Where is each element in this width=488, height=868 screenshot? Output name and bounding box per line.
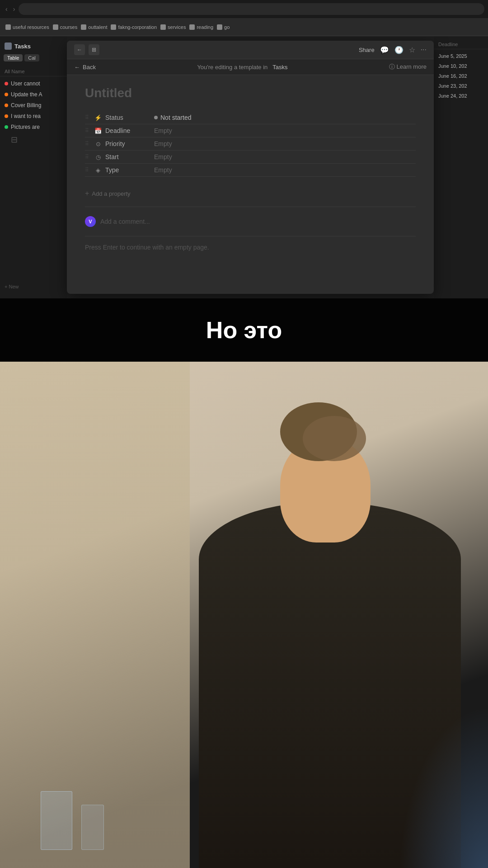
status-property-icon: ⚡ (94, 114, 102, 121)
sidebar-header: Tasks (0, 40, 67, 52)
sidebar-new-btn[interactable]: + New (5, 284, 19, 289)
type-value: Empty (145, 166, 416, 174)
folder-icon (217, 24, 222, 30)
toolbar-panel-btn[interactable]: ⊞ (89, 44, 99, 55)
star-icon[interactable]: ☆ (409, 46, 415, 54)
sidebar-item-label: Cover Billing (11, 102, 41, 108)
bookmark-useful-resources[interactable]: useful resources (5, 24, 49, 30)
sidebar-item-5[interactable]: ⊟ (0, 132, 67, 147)
date-item-3: June 23, 202 (434, 81, 488, 91)
property-name-deadline: Deadline (105, 127, 141, 134)
bookmark-services[interactable]: services (160, 24, 186, 30)
room-left (0, 362, 190, 868)
right-col-header: Deadline (434, 40, 488, 49)
page-title[interactable]: Untitled (85, 86, 416, 100)
property-row-priority[interactable]: ⠿ ⊙ Priority Empty (85, 137, 416, 151)
template-bar: ← Back You're editing a template in Task… (67, 59, 434, 75)
tab-table[interactable]: Table (4, 54, 23, 61)
bookmark-go[interactable]: go (217, 24, 230, 30)
sidebar-item-label: I want to rea (11, 113, 41, 119)
status-indicator (154, 116, 158, 119)
toolbar-right: Share 💬 🕐 ☆ ··· (359, 46, 427, 54)
add-property-label: Add a property (92, 190, 130, 197)
modal-content: Untitled ⠿ ⚡ Status Not started ⠿ 📅 D (67, 75, 434, 283)
modal-toolbar: ← ⊞ Share 💬 🕐 ☆ ··· (67, 41, 434, 59)
folder-icon (5, 24, 11, 30)
sidebar-item-label: Pictures are (11, 124, 40, 130)
address-bar[interactable] (19, 3, 484, 15)
folder-icon (53, 24, 58, 30)
clock-icon[interactable]: 🕐 (394, 46, 404, 54)
drag-handle[interactable]: ⠿ (85, 141, 89, 147)
property-name-start: Start (105, 153, 141, 160)
bookmarks-bar: useful resources courses outtalent fakng… (0, 18, 488, 36)
sidebar-col-header: All Name (0, 67, 67, 76)
back-label: Back (83, 64, 96, 71)
property-row-type[interactable]: ⠿ ◈ Type Empty (85, 164, 416, 177)
priority-value: Empty (145, 140, 416, 147)
folder-icon (189, 24, 195, 30)
properties-table: ⠿ ⚡ Status Not started ⠿ 📅 Deadline Empt… (85, 111, 416, 177)
property-row-start[interactable]: ⠿ ◷ Start Empty (85, 151, 416, 164)
app-area: Tasks Table Cal All Name User cannot Upd… (0, 36, 488, 298)
folder-icon (81, 24, 86, 30)
plus-icon: + (85, 189, 89, 198)
more-icon[interactable]: ··· (421, 46, 427, 54)
status-dot-red (5, 82, 8, 85)
drag-handle[interactable]: ⠿ (85, 167, 89, 173)
status-text: Not started (160, 114, 191, 121)
divider-2 (85, 236, 416, 236)
toolbar-back-btn[interactable]: ← (74, 44, 85, 55)
drag-handle[interactable]: ⠿ (85, 114, 89, 121)
property-name-type: Type (105, 166, 141, 174)
start-property-icon: ◷ (94, 153, 102, 160)
drag-handle[interactable]: ⠿ (85, 127, 89, 134)
sidebar-item-label: Update the A (11, 91, 42, 98)
bookmark-outtalent[interactable]: outtalent (81, 24, 107, 30)
drag-handle[interactable]: ⠿ (85, 154, 89, 160)
blue-light (398, 705, 488, 868)
add-property-button[interactable]: + Add a property (85, 186, 416, 201)
priority-property-icon: ⊙ (94, 140, 102, 147)
empty-page-hint: Press Enter to continue with an empty pa… (85, 244, 416, 251)
sidebar-tabs: Table Cal (0, 52, 67, 63)
status-dot-green (5, 125, 8, 129)
property-name-status: Status (105, 114, 141, 121)
share-button[interactable]: Share (359, 47, 375, 53)
info-icon: ⓘ (389, 63, 395, 70)
sidebar-item-4[interactable]: Pictures are (0, 122, 67, 132)
subtitle-area: Но это (0, 298, 488, 362)
sidebar-item-0[interactable]: User cannot (0, 78, 67, 89)
back-button[interactable]: ← Back (74, 64, 96, 71)
sidebar-item-2[interactable]: Cover Billing (0, 100, 67, 111)
nav-forward-btn[interactable]: › (11, 5, 17, 14)
status-dot-orange (5, 114, 8, 118)
date-item-0: June 5, 2025 (434, 51, 488, 61)
deadline-property-icon: 📅 (94, 127, 102, 134)
sidebar-item-3[interactable]: I want to rea (0, 111, 67, 122)
status-value[interactable]: Not started (145, 114, 416, 121)
template-info: You're editing a template in Tasks (197, 64, 287, 71)
icon-placeholder (5, 138, 8, 142)
status-dot-orange (5, 93, 8, 96)
sidebar-item-label: User cannot (11, 80, 40, 87)
start-value: Empty (145, 153, 416, 160)
date-item-1: June 10, 202 (434, 61, 488, 71)
status-dot-orange (5, 104, 8, 107)
property-row-status[interactable]: ⠿ ⚡ Status Not started (85, 111, 416, 124)
comment-icon[interactable]: 💬 (380, 46, 389, 54)
deadline-value: Empty (145, 127, 416, 134)
bookmark-courses[interactable]: courses (53, 24, 78, 30)
bookmark-reading[interactable]: reading (189, 24, 213, 30)
editing-text: You're editing a template in (197, 64, 267, 71)
property-row-deadline[interactable]: ⠿ 📅 Deadline Empty (85, 124, 416, 137)
learn-more-button[interactable]: ⓘ Learn more (389, 63, 427, 71)
sidebar-item-1[interactable]: Update the A (0, 89, 67, 100)
comment-input[interactable]: Add a comment... (100, 218, 150, 225)
bookmark-fakng[interactable]: fakng-corporation (111, 24, 157, 30)
tasks-label: Tasks (272, 64, 287, 71)
tab-calendar[interactable]: Cal (24, 54, 39, 61)
sidebar-title: Tasks (14, 43, 31, 50)
comment-row: V Add a comment... (85, 212, 416, 231)
nav-back-btn[interactable]: ‹ (4, 5, 9, 14)
